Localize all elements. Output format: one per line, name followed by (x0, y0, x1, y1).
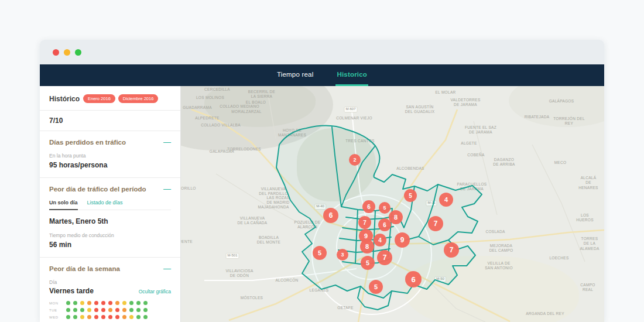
road-label: M-40 (314, 204, 326, 210)
map-label: LAS ROZAS DE MADRID (266, 196, 289, 205)
map-label: COLLADO MEDIANO (220, 104, 259, 109)
traffic-marker[interactable]: 8 (360, 239, 374, 254)
map-label: ARGANDA DEL REY (526, 311, 564, 316)
heatmap-dot (115, 315, 119, 319)
collapse-icon[interactable] (163, 186, 171, 192)
traffic-map[interactable]: CERCEDILLALOS MOLINOSGUADARRAMABECERRIL … (181, 86, 604, 322)
section-title: Peor día de la semana (49, 265, 120, 272)
map-label: FUENTE EL SAZ DE JARAMA (465, 125, 496, 135)
tab-day-list[interactable]: Listado de días (87, 200, 123, 210)
traffic-marker[interactable]: 9 (395, 232, 410, 248)
traffic-marker[interactable]: 5 (404, 189, 417, 202)
sidebar-header: Histórico Enero 2016Diciembre 2016 (40, 86, 180, 111)
heatmap-dot (80, 301, 84, 305)
traffic-marker[interactable]: 6 (323, 208, 338, 223)
heatmap-dot (73, 315, 77, 319)
window-minimize-button[interactable] (64, 49, 70, 56)
heatmap-dot (66, 301, 70, 305)
traffic-marker[interactable]: 5 (369, 280, 383, 294)
heatmap-dot (136, 301, 141, 305)
map-label: PARACUELLOS DE JARAMA (457, 182, 487, 192)
traffic-marker[interactable]: 5 (313, 246, 327, 260)
hide-chart-link[interactable]: Ocultar gráfica (139, 289, 171, 294)
traffic-marker[interactable]: 5 (361, 256, 375, 270)
heatmap-row-label: WED (49, 316, 62, 319)
heatmap-dot (122, 315, 126, 319)
roads-layer (181, 86, 604, 322)
map-label: VELILLA DE SAN ANTONIO (485, 261, 513, 271)
map-label: FUENTE (181, 239, 193, 244)
weekday-heatmap: MONTUEWED (49, 301, 171, 319)
traffic-marker[interactable]: 7 (377, 250, 392, 265)
heatmap-dot (108, 308, 112, 312)
traffic-marker[interactable]: 3 (337, 249, 348, 261)
heatmap-dot (129, 301, 133, 305)
map-label: COSLADA (485, 229, 505, 234)
period-badge[interactable]: Enero 2016 (83, 94, 115, 103)
map-label: VALDETORRES DE JARAMA (450, 98, 480, 108)
tab-single-day[interactable]: Un solo día (49, 200, 78, 210)
terrain-mountains (181, 86, 333, 150)
map-label: COLLADO VILLALBA (201, 123, 241, 128)
heatmap-dot (115, 301, 119, 305)
map-label: HOYO DE MANZANARES (278, 128, 306, 138)
section-lost-days: Días perdidos en tráfico En la hora punt… (40, 131, 180, 178)
heatmap-dot (122, 301, 126, 305)
traffic-marker[interactable]: 2 (349, 154, 361, 166)
heatmap-dot (122, 308, 126, 312)
map-label: COBEÑA (467, 153, 484, 157)
map-label: TORRELODONES (227, 147, 261, 152)
heatmap-dot (143, 308, 148, 312)
road-label: M-501 (225, 253, 239, 259)
heatmap-dot (129, 315, 133, 319)
map-labels: CERCEDILLALOS MOLINOSGUADARRAMABECERRIL … (181, 86, 604, 322)
traffic-marker[interactable]: 8 (389, 210, 403, 224)
road-label: M-50 (434, 276, 446, 282)
tab-historico[interactable]: Historico (335, 64, 368, 86)
map-label: ALCOBENDAS (396, 166, 424, 171)
window-zoom-button[interactable] (75, 49, 81, 56)
traffic-marker[interactable]: 4 (439, 193, 453, 207)
heatmap-row: TUE (49, 308, 171, 312)
map-label: VILLANUEVA DEL PARDILLO (259, 187, 287, 197)
traffic-marker[interactable]: 6 (378, 218, 391, 231)
map-label: MORILLO (181, 186, 196, 191)
traffic-marker[interactable]: 7 (358, 216, 371, 229)
heatmap-dot (73, 301, 77, 305)
tab-tiempo-real[interactable]: Tiempo real (276, 64, 315, 86)
congestion-score: 7/10 (40, 111, 180, 131)
heatmap-dot (136, 308, 141, 312)
terrain-forest (297, 128, 376, 201)
terrain-mountains (204, 86, 316, 127)
traffic-marker[interactable]: 4 (374, 234, 386, 246)
heatmap-row: WED (49, 315, 171, 319)
map-label: BOADILLA DEL MONTE (257, 235, 280, 245)
map-label: COLMENAR VIEJO (336, 116, 372, 121)
section-title: Días perdidos en tráfico (49, 139, 126, 146)
heatmap-row-label: TUE (49, 309, 62, 312)
section-worst-weekday: Peor día de la semana Día Viernes tarde … (40, 258, 180, 322)
map-label: MÓSTOLES (241, 296, 263, 300)
collapse-icon[interactable] (163, 139, 171, 145)
map-label: MECO (554, 160, 567, 165)
period-badge[interactable]: Diciembre 2016 (118, 94, 159, 103)
traffic-marker[interactable]: 5 (379, 202, 390, 214)
window-chrome-bar (40, 40, 604, 64)
window-close-button[interactable] (53, 49, 59, 56)
traffic-marker[interactable]: 6 (362, 200, 375, 213)
collapse-icon[interactable] (163, 266, 171, 272)
map-label: TORREJÓN DEL REY (551, 117, 587, 126)
map-label: BECERRIL DE LA SIERRA (248, 90, 275, 100)
map-label: SAN AGUSTÍN DEL GUADALIX (405, 105, 435, 115)
metric-sublabel: Día (49, 279, 171, 285)
map-markers: 254658676794985377565 (181, 86, 604, 322)
traffic-marker[interactable]: 6 (405, 271, 422, 287)
traffic-marker[interactable]: 7 (428, 216, 443, 231)
heatmap-dot (143, 315, 148, 319)
top-tabs: Tiempo realHistorico (40, 64, 604, 86)
map-label: TORRES DE LA ALAMEDA (580, 237, 599, 251)
traffic-marker[interactable]: 7 (444, 242, 459, 258)
map-label: ALGETE (461, 141, 477, 146)
map-label: MEJORADA DEL CAMPO (489, 244, 513, 254)
map-label: LOECHES (549, 256, 568, 261)
